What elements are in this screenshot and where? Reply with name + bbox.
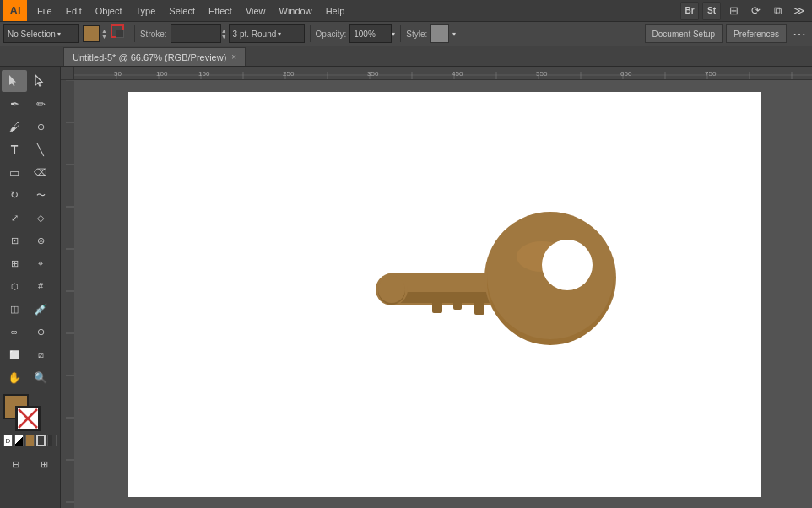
- more-icon[interactable]: ≫: [790, 2, 809, 20]
- stroke-up[interactable]: ▲: [221, 28, 227, 34]
- eyedropper-tool[interactable]: 💉: [28, 298, 53, 320]
- line-tool[interactable]: ╲: [28, 138, 53, 160]
- tool-row-1: [2, 70, 58, 92]
- opacity-group: 100% ▾: [349, 24, 395, 43]
- gradient-tool[interactable]: ◫: [2, 298, 27, 320]
- style-chevron[interactable]: ▾: [452, 30, 456, 38]
- opacity-label: Opacity:: [316, 30, 347, 39]
- tool-row-12: ∞ ⊙: [2, 321, 58, 343]
- svg-rect-33: [61, 80, 74, 508]
- svg-text:350: 350: [367, 70, 379, 78]
- perspective-tool[interactable]: ⬡: [2, 275, 27, 297]
- artboard-tool[interactable]: ⬜: [2, 343, 27, 365]
- eraser-tool[interactable]: ⌫: [28, 161, 53, 183]
- menu-object[interactable]: Object: [89, 0, 129, 21]
- workspace-grid-icon[interactable]: ⊞: [724, 2, 743, 20]
- menu-window[interactable]: Window: [273, 0, 319, 21]
- menu-edit[interactable]: Edit: [59, 0, 89, 21]
- rotate-tool[interactable]: ↻: [2, 184, 27, 206]
- reset-colors-icon[interactable]: D: [3, 435, 13, 446]
- document-tab[interactable]: Untitled-5* @ 66.67% (RGB/Preview) ×: [63, 47, 246, 66]
- mesh-tool[interactable]: #: [28, 275, 53, 297]
- pen-tool[interactable]: ✒: [2, 93, 27, 115]
- menu-type[interactable]: Type: [129, 0, 163, 21]
- doc-setup-button[interactable]: Document Setup: [645, 24, 723, 43]
- menu-select[interactable]: Select: [162, 0, 202, 21]
- style-swatch[interactable]: [430, 24, 449, 43]
- blob-brush-tool[interactable]: ⊕: [28, 116, 53, 138]
- full-screen-icon[interactable]: ⊞: [32, 453, 57, 475]
- preferences-button[interactable]: Preferences: [726, 24, 787, 43]
- direct-select-tool[interactable]: [28, 70, 53, 92]
- warp-tool[interactable]: 〜: [28, 184, 53, 206]
- stroke-width-label: 3 pt. Round: [233, 30, 277, 39]
- svg-rect-56: [453, 301, 462, 310]
- svg-text:750: 750: [705, 70, 717, 78]
- slice-tool[interactable]: ⧄: [28, 343, 53, 365]
- toolbar-more-icon[interactable]: ⋯: [790, 24, 809, 43]
- tool-row-2: ✒ ✏: [2, 93, 58, 115]
- tab-close-button[interactable]: ×: [231, 52, 236, 62]
- sync-icon[interactable]: ⟳: [746, 2, 765, 20]
- fill-arrow-down[interactable]: ▼: [101, 34, 107, 40]
- puppet-warp-tool[interactable]: ⊛: [28, 230, 53, 251]
- svg-rect-57: [474, 301, 484, 315]
- fill-arrow-up[interactable]: ▲: [101, 28, 107, 34]
- opacity-input[interactable]: 100%: [349, 24, 392, 43]
- svg-text:150: 150: [198, 70, 210, 78]
- stroke-swatch[interactable]: [15, 406, 41, 431]
- stroke-down[interactable]: ▼: [221, 34, 227, 40]
- svg-text:250: 250: [283, 70, 295, 78]
- change-screen-icon[interactable]: ⊟: [3, 453, 29, 475]
- blend-tool[interactable]: ∞: [2, 321, 27, 343]
- svg-text:100: 100: [156, 70, 168, 78]
- swap-colors-icon[interactable]: [14, 435, 24, 446]
- stroke-label: Stroke:: [140, 30, 167, 39]
- menu-effect[interactable]: Effect: [202, 0, 239, 21]
- canvas-area[interactable]: // ruler ticks drawn via SVG: [61, 67, 812, 508]
- menu-bar-right: Br St ⊞ ⟳ ⧉ ≫: [680, 2, 809, 20]
- style-label: Style:: [406, 30, 427, 39]
- stroke-value-input[interactable]: [171, 24, 221, 43]
- menu-view[interactable]: View: [239, 0, 273, 21]
- vertical-ruler: 50 100 150 250 350 450: [61, 80, 74, 508]
- gradient-mode-icon[interactable]: [36, 435, 46, 446]
- tool-row-14: ✋ 🔍: [2, 366, 58, 388]
- live-trace-tool[interactable]: ⊙: [28, 321, 53, 343]
- bridge-icon[interactable]: Br: [680, 2, 699, 20]
- menu-help[interactable]: Help: [319, 0, 352, 21]
- small-icons-row: D: [3, 435, 57, 446]
- type-tool[interactable]: T: [2, 138, 27, 160]
- svg-point-67: [378, 276, 405, 303]
- pencil-tool[interactable]: ✏: [28, 93, 53, 115]
- arrange-icon[interactable]: ⧉: [768, 2, 787, 20]
- live-paint-tool[interactable]: ⌖: [28, 252, 53, 274]
- opacity-chevron[interactable]: ▾: [392, 30, 395, 38]
- hand-tool[interactable]: ✋: [2, 366, 27, 388]
- svg-point-64: [545, 243, 589, 287]
- fill-color-swatch[interactable]: [83, 25, 100, 42]
- none-mode-icon[interactable]: [47, 435, 57, 446]
- selection-tool[interactable]: [2, 70, 27, 92]
- stock-icon[interactable]: St: [702, 2, 721, 20]
- shaper-tool[interactable]: ◇: [28, 207, 53, 229]
- paintbrush-tool[interactable]: 🖌: [2, 116, 27, 138]
- svg-text:50: 50: [114, 70, 122, 78]
- stroke-style-dropdown[interactable]: 3 pt. Round ▾: [229, 24, 305, 43]
- stroke-spinners: ▲ ▼: [221, 24, 227, 43]
- shape-builder-tool[interactable]: ⊞: [2, 252, 27, 274]
- tool-row-4: T ╲: [2, 138, 58, 160]
- zoom-tool[interactable]: 🔍: [28, 366, 53, 388]
- color-mode-icon[interactable]: [25, 435, 35, 446]
- svg-marker-0: [9, 75, 16, 86]
- stroke-value-group: ▲ ▼ 3 pt. Round ▾: [171, 24, 305, 43]
- opacity-value: 100%: [354, 30, 376, 39]
- rectangle-tool[interactable]: ▭: [2, 161, 27, 183]
- free-transform-tool[interactable]: ⊡: [2, 230, 27, 251]
- stroke-icon-group[interactable]: [111, 24, 129, 43]
- artboard: [128, 92, 761, 497]
- menu-file[interactable]: File: [30, 0, 59, 21]
- selection-dropdown[interactable]: No Selection ▾: [3, 24, 79, 43]
- svg-rect-55: [432, 301, 442, 313]
- scale-tool[interactable]: ⤢: [2, 207, 27, 229]
